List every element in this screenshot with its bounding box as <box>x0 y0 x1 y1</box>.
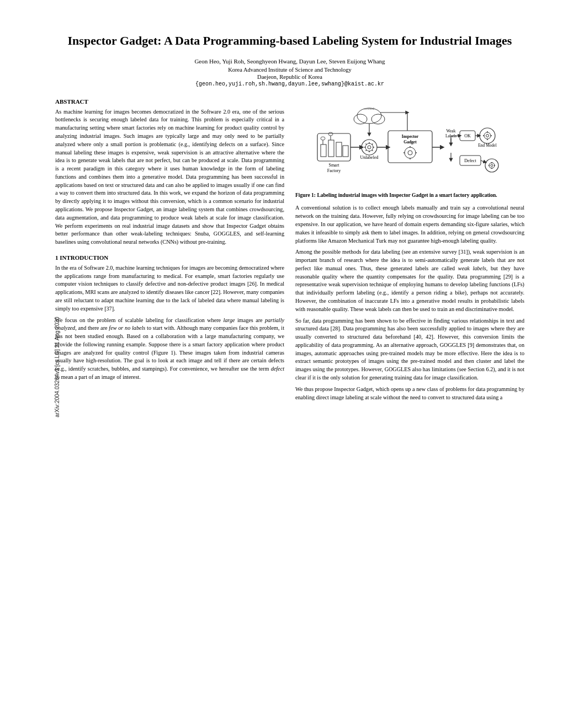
svg-text:Unlabeled: Unlabeled <box>360 155 378 160</box>
svg-point-42 <box>486 134 488 137</box>
svg-rect-1 <box>321 144 326 157</box>
right-paragraph-2: Among the possible methods for data labe… <box>295 248 524 313</box>
svg-text:crowd: crowd <box>364 106 374 111</box>
svg-point-29 <box>408 151 412 155</box>
svg-text:Weak: Weak <box>446 129 455 133</box>
arxiv-label: arXiv:2004.03264v3 [cs.LG] 21 Aug 2020 <box>54 317 60 417</box>
svg-point-56 <box>491 164 493 167</box>
svg-point-28 <box>405 147 416 158</box>
svg-text:Gadget: Gadget <box>403 140 417 144</box>
svg-text:End Model: End Model <box>478 143 497 148</box>
svg-rect-4 <box>343 146 348 157</box>
figure-caption: Figure 1: Labeling industrial images wit… <box>295 192 524 199</box>
svg-text:Smart: Smart <box>328 163 339 168</box>
page-title: Inspector Gadget: A Data Programming-bas… <box>55 33 524 49</box>
svg-point-7 <box>321 137 325 140</box>
two-column-layout: ABSTRACT As machine learning for images … <box>55 98 524 405</box>
svg-point-8 <box>328 132 333 136</box>
left-column: ABSTRACT As machine learning for images … <box>55 98 284 405</box>
email: {geon.heo,yuji.roh,sh.hwang,dayun.lee,sw… <box>55 81 524 87</box>
right-paragraph-4: We thus propose Inspector Gadget, which … <box>295 386 524 402</box>
svg-text:OK: OK <box>464 133 471 138</box>
intro-paragraph-1: In the era of Software 2.0, machine lear… <box>55 264 284 313</box>
right-column: Smart Factory <box>295 98 524 405</box>
svg-line-22 <box>372 143 373 144</box>
svg-point-12 <box>362 140 377 155</box>
svg-point-55 <box>489 163 495 168</box>
svg-point-14 <box>368 146 371 149</box>
page: arXiv:2004.03264v3 [cs.LG] 21 Aug 2020 I… <box>0 0 563 728</box>
svg-point-41 <box>484 132 491 139</box>
svg-point-13 <box>365 143 373 151</box>
intro-heading: 1 INTRODUCTION <box>55 254 284 261</box>
svg-line-19 <box>365 143 367 144</box>
institution-line2: Daejeon, Republic of Korea <box>55 74 524 80</box>
intro-paragraph-2: We focus on the problem of scalable labe… <box>55 317 284 382</box>
figure-diagram: Smart Factory <box>295 100 524 189</box>
svg-point-40 <box>480 128 495 143</box>
svg-line-61 <box>481 160 485 162</box>
svg-line-20 <box>372 150 373 151</box>
svg-rect-3 <box>336 142 342 157</box>
right-paragraph-3: So far, data programming has been shown … <box>295 317 524 382</box>
svg-rect-2 <box>328 140 334 157</box>
abstract-text: As machine learning for images becomes d… <box>55 108 284 247</box>
svg-point-54 <box>485 159 498 172</box>
authors: Geon Heo, Yuji Roh, Seonghyeon Hwang, Da… <box>55 58 524 65</box>
svg-text:Defect: Defect <box>464 158 476 163</box>
figure-1: Smart Factory <box>295 100 524 199</box>
svg-point-63 <box>354 114 367 124</box>
svg-line-21 <box>365 150 367 151</box>
abstract-heading: ABSTRACT <box>55 98 284 105</box>
svg-text:Inspector: Inspector <box>401 134 418 139</box>
svg-point-64 <box>371 114 385 124</box>
right-paragraph-1: A conventional solution is to collect en… <box>295 204 524 245</box>
institution-line1: Korea Advanced Institute of Science and … <box>55 67 524 73</box>
svg-text:Factory: Factory <box>327 168 340 173</box>
